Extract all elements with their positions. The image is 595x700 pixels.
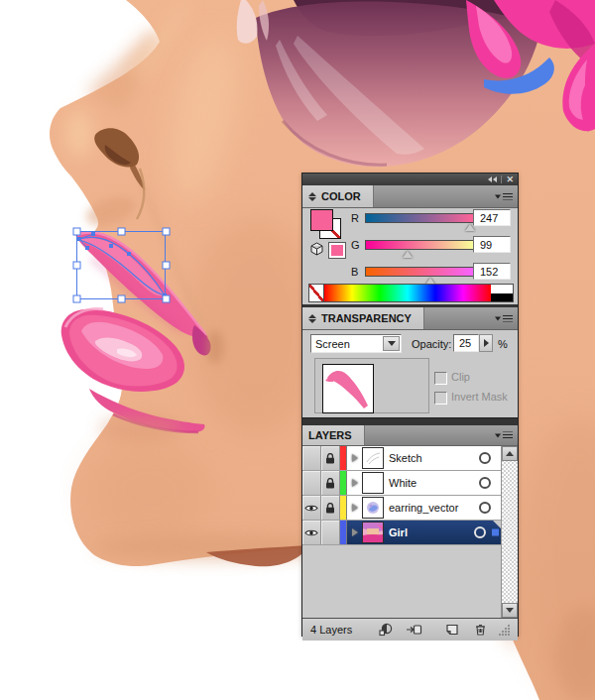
blend-mode-value: Screen: [315, 338, 350, 350]
layers-status-bar: 4 Layers: [302, 618, 518, 641]
layers-panel-title: LAYERS: [308, 429, 352, 441]
expand-arrow-icon[interactable]: [352, 504, 358, 512]
layer-row-girl[interactable]: Girl: [302, 521, 501, 545]
transparency-panel-title: TRANSPARENCY: [321, 312, 412, 324]
resize-grip[interactable]: [499, 623, 512, 637]
visibility-toggle[interactable]: [302, 446, 321, 470]
make-clipping-mask-icon[interactable]: [378, 623, 395, 637]
layer-name[interactable]: Girl: [389, 526, 408, 538]
titlebar-divider: [501, 175, 502, 183]
clip-checkbox[interactable]: [434, 372, 447, 385]
red-value-field[interactable]: 247: [473, 209, 511, 226]
green-slider[interactable]: [365, 240, 475, 250]
channel-row-g: G: [351, 239, 475, 251]
invert-mask-label: Invert Mask: [451, 391, 508, 403]
opacity-value-field[interactable]: 25: [453, 334, 479, 352]
transparency-thumbnail-frame: [314, 358, 429, 413]
layer-count: 4 Layers: [310, 624, 352, 636]
dropdown-arrow-icon[interactable]: [383, 336, 400, 351]
panel-menu-icon[interactable]: [495, 315, 513, 322]
scroll-down-icon[interactable]: [502, 603, 518, 618]
panel-dock: ✕ COLOR R G B: [301, 173, 519, 637]
opacity-spinner-icon[interactable]: [479, 334, 493, 352]
layers-scrollbar[interactable]: [501, 446, 518, 618]
blue-value-field[interactable]: 152: [473, 263, 511, 280]
layer-name[interactable]: Sketch: [389, 452, 422, 464]
object-thumbnail[interactable]: [322, 364, 374, 413]
layer-thumbnail[interactable]: [362, 447, 384, 469]
lock-toggle[interactable]: [321, 446, 340, 470]
layer-color-strip: [340, 521, 347, 544]
layer-row-sketch[interactable]: Sketch: [302, 446, 501, 471]
tab-transparency[interactable]: TRANSPARENCY: [302, 307, 424, 329]
green-slider-handle[interactable]: [403, 251, 413, 258]
layers-tab-bar: LAYERS: [302, 425, 518, 446]
opacity-label: Opacity:: [412, 338, 451, 350]
panel-separator: [302, 417, 518, 425]
panel-minimize-icon[interactable]: [308, 192, 316, 201]
tab-layers[interactable]: LAYERS: [302, 425, 365, 445]
layer-name[interactable]: White: [389, 477, 416, 489]
tab-color[interactable]: COLOR: [302, 185, 374, 207]
close-icon[interactable]: ✕: [506, 175, 514, 184]
eye-icon: [304, 504, 318, 513]
channel-row-r: R: [351, 212, 475, 224]
layer-name[interactable]: earring_vector: [389, 502, 458, 514]
scroll-up-icon[interactable]: [502, 446, 518, 461]
out-of-web-color-cube-icon[interactable]: [309, 242, 324, 260]
visibility-toggle[interactable]: [302, 471, 321, 495]
row-corner-notch: [493, 521, 501, 528]
panel-minimize-icon[interactable]: [308, 314, 316, 323]
visibility-toggle[interactable]: [302, 521, 321, 544]
illustrator-canvas: ✕ COLOR R G B: [0, 0, 595, 700]
blue-slider[interactable]: [365, 267, 475, 277]
color-panel-body: R G B 247 99 152: [302, 208, 518, 304]
color-spectrum-bar[interactable]: [308, 284, 514, 302]
channel-label: G: [351, 239, 362, 251]
color-tab-bar: COLOR: [302, 185, 518, 208]
channel-label: R: [351, 212, 362, 224]
rainbow-spectrum[interactable]: [324, 285, 491, 301]
color-panel-title: COLOR: [321, 190, 361, 202]
layer-thumbnail[interactable]: [362, 497, 384, 519]
transparency-tab-bar: TRANSPARENCY: [302, 307, 518, 330]
visibility-toggle[interactable]: [302, 496, 321, 520]
transparency-panel-body: Screen Opacity: 25 % Clip Invert Mask: [302, 330, 518, 417]
selected-art-indicator[interactable]: [492, 529, 499, 536]
expand-arrow-icon[interactable]: [352, 528, 358, 536]
expand-arrow-icon[interactable]: [352, 479, 358, 487]
lock-toggle[interactable]: [321, 496, 340, 520]
lock-toggle[interactable]: [321, 471, 340, 495]
channel-label: B: [351, 266, 362, 278]
fill-swatch[interactable]: [310, 209, 333, 231]
none-color-swatch[interactable]: [309, 285, 324, 301]
panel-menu-icon[interactable]: [495, 193, 513, 200]
layer-color-strip: [340, 496, 347, 520]
layer-color-strip: [340, 471, 347, 495]
create-sublayer-icon[interactable]: [406, 623, 422, 637]
panel-menu-icon[interactable]: [495, 432, 513, 439]
dock-titlebar: ✕: [302, 174, 518, 185]
white-black-swatches[interactable]: [491, 285, 513, 301]
collapse-to-icons-icon[interactable]: [488, 176, 497, 182]
opacity-unit: %: [498, 338, 508, 350]
lock-toggle[interactable]: [321, 521, 340, 544]
lock-icon: [325, 453, 335, 464]
layer-thumbnail[interactable]: [362, 522, 384, 543]
layer-thumbnail[interactable]: [362, 472, 384, 494]
lock-icon: [325, 478, 335, 489]
create-new-layer-icon[interactable]: [443, 623, 460, 637]
green-value-field[interactable]: 99: [473, 236, 511, 253]
expand-arrow-icon[interactable]: [352, 454, 358, 462]
delete-layer-trash-icon[interactable]: [472, 623, 489, 637]
invert-mask-checkbox[interactable]: [434, 392, 447, 405]
web-safe-color-swatch[interactable]: [328, 242, 346, 259]
target-circle[interactable]: [479, 452, 491, 464]
target-circle[interactable]: [474, 526, 486, 538]
target-circle[interactable]: [479, 477, 491, 489]
red-slider[interactable]: [365, 213, 475, 223]
layer-row-earring-vector[interactable]: earring_vector: [302, 496, 501, 521]
blend-mode-dropdown[interactable]: Screen: [310, 334, 402, 353]
target-circle[interactable]: [479, 502, 491, 514]
layer-row-white[interactable]: White: [302, 471, 501, 496]
